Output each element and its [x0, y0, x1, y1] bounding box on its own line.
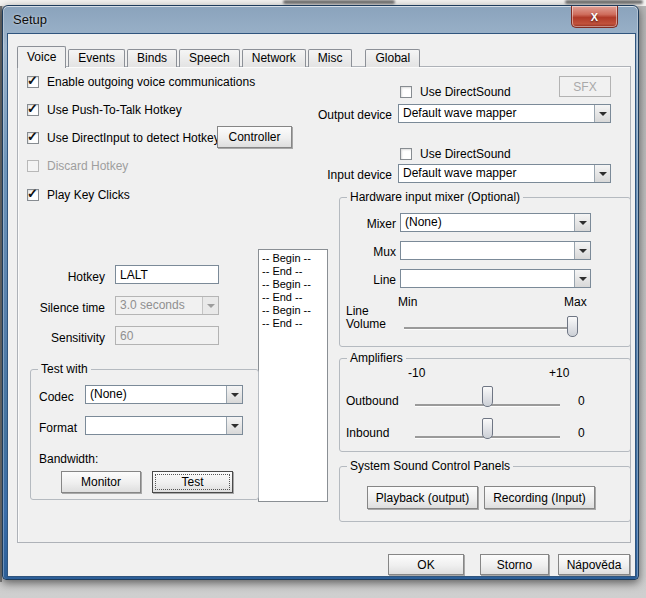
- hotkey-input[interactable]: LALT: [115, 265, 219, 284]
- recording-input-button[interactable]: Recording (Input): [484, 486, 595, 509]
- checkbox-box: ✓: [27, 104, 39, 116]
- tab-binds[interactable]: Binds: [127, 49, 177, 67]
- outbound-label: Outbound: [346, 394, 399, 408]
- format-label: Format: [39, 421, 77, 435]
- mixer-select[interactable]: (None): [400, 213, 591, 232]
- checkmark-icon: ✓: [27, 101, 38, 116]
- dropdown-button[interactable]: [574, 270, 590, 287]
- tab-network[interactable]: Network: [242, 49, 306, 67]
- checkbox-enable-outgoing-voice[interactable]: ✓ Enable outgoing voice communications: [27, 75, 255, 89]
- checkmark-icon: ✓: [27, 73, 38, 88]
- voice-event-list[interactable]: -- Begin -- -- End -- -- Begin -- -- End…: [258, 249, 328, 502]
- titlebar[interactable]: [3, 6, 563, 32]
- ok-button[interactable]: OK: [388, 554, 464, 575]
- dropdown-button[interactable]: [574, 214, 590, 231]
- inbound-slider-thumb[interactable]: [482, 418, 493, 439]
- line-volume-slider-track[interactable]: [404, 327, 574, 329]
- tab-speech[interactable]: Speech: [179, 49, 240, 67]
- dropdown-button[interactable]: [226, 386, 242, 403]
- list-item[interactable]: -- End --: [262, 291, 327, 304]
- chevron-down-icon: [579, 249, 587, 253]
- checkbox-play-key-clicks[interactable]: ✓ Play Key Clicks: [27, 188, 130, 202]
- mux-label: Mux: [340, 245, 396, 259]
- checkbox-box: ✓: [27, 189, 39, 201]
- list-item[interactable]: -- Begin --: [262, 304, 327, 317]
- dropdown-button[interactable]: [574, 242, 590, 259]
- list-item[interactable]: -- Begin --: [262, 252, 327, 265]
- hotkey-label: Hotkey: [18, 270, 105, 284]
- group-title: Amplifiers: [347, 351, 406, 365]
- background-text-smudge: [283, 0, 395, 4]
- chevron-down-icon: [231, 393, 239, 397]
- line-label: Line: [340, 273, 396, 287]
- close-button[interactable]: X: [571, 6, 618, 28]
- amp-max-label: +10: [549, 366, 569, 380]
- bandwidth-label: Bandwidth:: [39, 452, 98, 466]
- checkmark-icon: ✓: [27, 129, 38, 144]
- voice-tab-page: ✓ Enable outgoing voice communications ✓…: [17, 66, 631, 543]
- checkbox-discard-hotkey[interactable]: Discard Hotkey: [27, 159, 128, 173]
- checkbox-input-directsound[interactable]: Use DirectSound: [400, 147, 511, 161]
- chevron-down-icon: [231, 424, 239, 428]
- output-device-select[interactable]: Default wave mapper: [398, 104, 611, 123]
- dialog-client-area: Voice Events Binds Speech Network Misc G…: [7, 33, 636, 577]
- outbound-value: 0: [578, 394, 585, 408]
- list-item[interactable]: -- Begin --: [262, 278, 327, 291]
- chevron-down-icon: [599, 112, 607, 116]
- codec-label: Codec: [39, 390, 74, 404]
- group-title: System Sound Control Panels: [347, 459, 513, 473]
- line-select[interactable]: [400, 269, 591, 288]
- help-button[interactable]: Nápověda: [558, 554, 630, 575]
- controller-button[interactable]: Controller: [217, 126, 292, 148]
- checkbox-directinput-hotkey[interactable]: ✓ Use DirectInput to detect Hotkey: [27, 131, 220, 145]
- inbound-value: 0: [578, 426, 585, 440]
- chevron-down-icon: [207, 304, 215, 308]
- amplifiers-group: Amplifiers -10 +10 Outbound 0 Inbound 0: [339, 358, 631, 452]
- tab-global[interactable]: Global: [365, 49, 420, 67]
- codec-select[interactable]: (None): [85, 385, 243, 404]
- dropdown-button[interactable]: [226, 417, 242, 434]
- cancel-button[interactable]: Storno: [480, 554, 549, 575]
- tab-strip: Voice Events Binds Speech Network Misc G…: [17, 45, 422, 67]
- sound-panels-group: System Sound Control Panels Playback (ou…: [339, 466, 631, 522]
- checkbox-box: ✓: [27, 76, 39, 88]
- outbound-slider-thumb[interactable]: [482, 386, 493, 407]
- line-volume-label: Line Volume: [346, 305, 386, 331]
- checkbox-push-to-talk[interactable]: ✓ Use Push-To-Talk Hotkey: [27, 103, 182, 117]
- checkbox-box: [400, 86, 412, 98]
- output-device-label: Output device: [312, 108, 392, 122]
- checkbox-box: [400, 148, 412, 160]
- mixer-label: Mixer: [340, 217, 396, 231]
- tab-events[interactable]: Events: [68, 49, 125, 67]
- silence-time-label: Silence time: [18, 301, 105, 315]
- dropdown-button[interactable]: [594, 165, 610, 182]
- dropdown-button[interactable]: [594, 105, 610, 122]
- list-item[interactable]: -- End --: [262, 265, 327, 278]
- group-title: Hardware input mixer (Optional): [347, 190, 523, 204]
- checkbox-output-directsound[interactable]: Use DirectSound: [400, 85, 511, 99]
- input-device-select[interactable]: Default wave mapper: [398, 164, 611, 183]
- test-with-group: Test with Codec (None) Format Bandwidth:…: [30, 369, 259, 500]
- tab-voice[interactable]: Voice: [17, 46, 66, 68]
- mux-select[interactable]: [400, 241, 591, 260]
- chevron-down-icon: [579, 277, 587, 281]
- list-item[interactable]: -- End --: [262, 317, 327, 330]
- tab-misc[interactable]: Misc: [308, 49, 353, 67]
- silence-time-select[interactable]: 3.0 seconds: [115, 296, 219, 315]
- group-title: Test with: [38, 362, 91, 376]
- close-icon: X: [591, 11, 598, 23]
- background-text-smudge: [565, 0, 643, 4]
- amp-min-label: -10: [408, 366, 425, 380]
- playback-output-button[interactable]: Playback (output): [367, 486, 478, 509]
- monitor-button[interactable]: Monitor: [61, 471, 141, 493]
- test-button[interactable]: Test: [152, 471, 233, 493]
- line-volume-slider-thumb[interactable]: [567, 316, 578, 337]
- chevron-down-icon: [599, 172, 607, 176]
- format-select[interactable]: [85, 416, 243, 435]
- inbound-label: Inbound: [346, 426, 389, 440]
- sensitivity-label: Sensitivity: [18, 331, 105, 345]
- sensitivity-input[interactable]: 60: [115, 326, 219, 345]
- input-device-label: Input device: [312, 168, 392, 182]
- sfx-button[interactable]: SFX: [559, 76, 611, 97]
- setup-dialog: Setup X Voice Events Binds Speech Networ…: [2, 5, 639, 580]
